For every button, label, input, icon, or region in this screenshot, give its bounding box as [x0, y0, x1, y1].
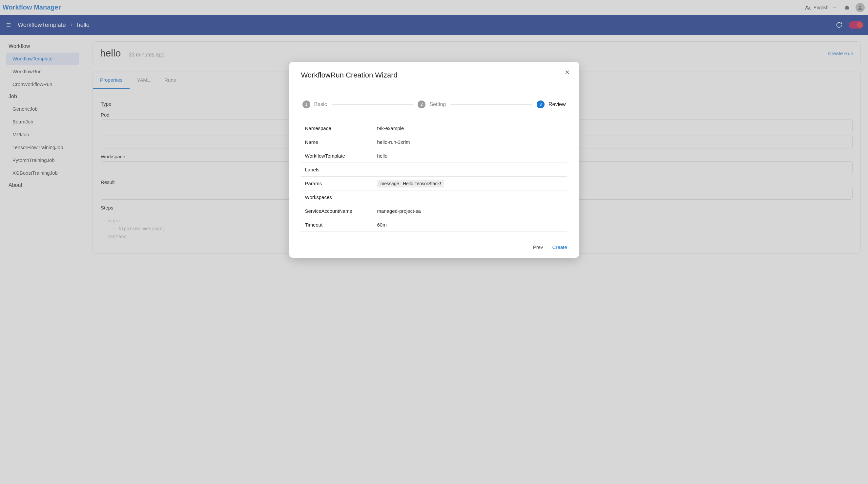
review-timeout-key: Timeout: [301, 218, 373, 232]
step-label-3: Review: [549, 102, 565, 107]
review-labels-key: Labels: [301, 163, 373, 177]
review-workspaces-key: Workspaces: [301, 191, 373, 204]
row-workspaces: Workspaces: [301, 191, 567, 204]
step-line-1: [332, 105, 413, 105]
workflowrun-wizard-modal: WorkflowRun Creation Wizard 1 Basic 2 Se…: [289, 62, 579, 258]
row-labels: Labels: [301, 163, 567, 177]
review-name-key: Name: [301, 135, 373, 149]
step-label-2: Setting: [429, 102, 446, 107]
review-san-key: ServiceAccountName: [301, 204, 373, 218]
row-params: Params message : Hello TensorStack!: [301, 177, 567, 191]
review-table: Namespace t9k-example Name hello-run-3xr…: [301, 121, 567, 232]
review-timeout-val: 60m: [373, 218, 567, 232]
review-wft-val: hello: [373, 149, 567, 163]
review-params-key: Params: [301, 177, 373, 191]
step-line-2: [451, 105, 532, 105]
step-basic[interactable]: 1 Basic: [303, 101, 327, 108]
row-timeout: Timeout 60m: [301, 218, 567, 232]
row-namespace: Namespace t9k-example: [301, 121, 567, 135]
review-name-val: hello-run-3xrlm: [373, 135, 567, 149]
modal-footer: Prev Create: [301, 238, 567, 250]
review-namespace-val: t9k-example: [373, 121, 567, 135]
step-setting[interactable]: 2 Setting: [417, 101, 446, 108]
review-san-val: managed-project-sa: [373, 204, 567, 218]
modal-overlay[interactable]: WorkflowRun Creation Wizard 1 Basic 2 Se…: [0, 0, 868, 484]
review-labels-val: [373, 163, 567, 177]
close-icon[interactable]: [564, 69, 570, 77]
review-params-val: message : Hello TensorStack!: [373, 177, 567, 191]
step-circle-2: 2: [417, 101, 426, 108]
review-namespace-key: Namespace: [301, 121, 373, 135]
row-name: Name hello-run-3xrlm: [301, 135, 567, 149]
params-chip: message : Hello TensorStack!: [377, 180, 444, 188]
review-workspaces-val: [373, 191, 567, 204]
step-circle-1: 1: [303, 101, 310, 108]
stepper: 1 Basic 2 Setting 3 Review: [301, 101, 567, 108]
review-wft-key: WorkflowTemplate: [301, 149, 373, 163]
step-review[interactable]: 3 Review: [537, 101, 565, 108]
step-label-1: Basic: [314, 102, 327, 107]
row-serviceaccountname: ServiceAccountName managed-project-sa: [301, 204, 567, 218]
row-workflowtemplate: WorkflowTemplate hello: [301, 149, 567, 163]
modal-title: WorkflowRun Creation Wizard: [301, 71, 567, 80]
create-button[interactable]: Create: [552, 244, 567, 250]
step-circle-3: 3: [537, 101, 545, 108]
prev-button[interactable]: Prev: [533, 244, 543, 250]
